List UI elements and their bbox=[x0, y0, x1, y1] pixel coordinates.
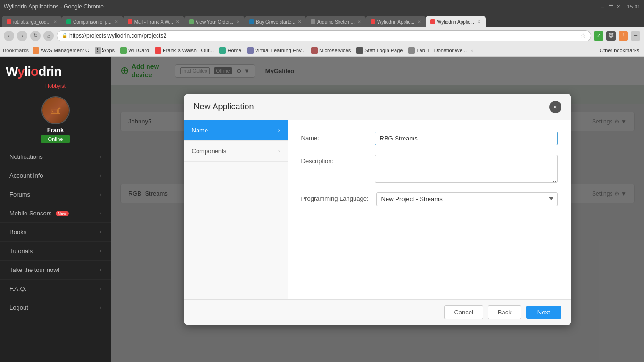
tab-wyliodrin2[interactable]: Wyliodrin Applic... ✕ bbox=[426, 16, 486, 27]
faq-label: F.A.Q. bbox=[9, 285, 26, 292]
tab-favicon-arduino bbox=[311, 19, 315, 24]
tab-label-wyliodrin1: Wyliodrin Applic... bbox=[377, 19, 414, 25]
tab-close-mail[interactable]: ✕ bbox=[176, 19, 180, 24]
sidebar-item-account-info[interactable]: Account info › bbox=[0, 166, 111, 185]
bookmarks-bar: Bookmarks AWS Management C ⋮⋮ Apps WITCa… bbox=[0, 44, 644, 57]
form-row-name: Name: bbox=[301, 132, 558, 145]
tab-label-iot: iot.labs:rgb_cod... bbox=[13, 19, 50, 25]
bm-frank-icon bbox=[155, 47, 161, 54]
tab-favicon-mail bbox=[128, 19, 132, 24]
tab-label-wyliodrin2: Wyliodrin Applic... bbox=[437, 19, 474, 25]
sidebar-item-logout[interactable]: Logout › bbox=[0, 298, 111, 317]
bm-staff[interactable]: Staff Login Page bbox=[355, 46, 405, 55]
modal-body: Name › Components › Name: bbox=[184, 120, 571, 299]
bm-vle-label: Virtual Learning Env... bbox=[255, 48, 305, 53]
back-button[interactable]: Back bbox=[488, 305, 521, 319]
bm-aws-icon bbox=[33, 47, 39, 54]
bm-overflow[interactable]: » bbox=[471, 48, 473, 53]
modal-tab-name[interactable]: Name › bbox=[184, 120, 288, 141]
tab-favicon-order bbox=[189, 19, 194, 24]
bm-lab1[interactable]: Lab 1 - DonationWe... bbox=[406, 46, 469, 55]
sidebar-item-take-tour[interactable]: Take the tour now! › bbox=[0, 261, 111, 280]
next-button[interactable]: Next bbox=[526, 306, 561, 319]
extension-alert-icon[interactable]: ! bbox=[619, 31, 628, 41]
modal-close-button[interactable]: × bbox=[549, 101, 561, 113]
tab-mail[interactable]: Mail - Frank X W... ✕ bbox=[123, 16, 184, 27]
forums-label: Forums bbox=[9, 191, 30, 198]
take-tour-label: Take the tour now! bbox=[9, 266, 59, 273]
bm-home[interactable]: Home bbox=[217, 46, 243, 55]
name-field[interactable] bbox=[375, 132, 558, 145]
form-row-description: Description: bbox=[301, 155, 558, 183]
sidebar-nav: Notifications › Account info › Forums › … bbox=[0, 148, 111, 362]
refresh-button[interactable]: ↻ bbox=[30, 31, 41, 41]
tab-grove[interactable]: Buy Grove starte... ✕ bbox=[245, 16, 306, 27]
browser-titlebar: Wyliodrin Applications - Google Chrome 🗕… bbox=[0, 0, 644, 13]
books-arrow-icon: › bbox=[100, 230, 101, 235]
bm-aws[interactable]: AWS Management C bbox=[31, 46, 91, 55]
sidebar-item-books[interactable]: Books › bbox=[0, 223, 111, 242]
tab-comparison[interactable]: Comparison of p... ✕ bbox=[62, 16, 123, 27]
tab-wyliodrin1[interactable]: Wyliodrin Applic... ✕ bbox=[366, 16, 426, 27]
tab-close-comparison[interactable]: ✕ bbox=[115, 19, 118, 24]
bm-witcard[interactable]: WITCard bbox=[118, 46, 151, 55]
tab-close-grove[interactable]: ✕ bbox=[298, 19, 302, 24]
tab-close-arduino[interactable]: ✕ bbox=[357, 19, 361, 24]
modal-tab-components[interactable]: Components › bbox=[184, 141, 288, 162]
tab-iot[interactable]: iot.labs:rgb_cod... ✕ bbox=[2, 16, 62, 27]
bm-other[interactable]: Other bookmarks bbox=[598, 47, 641, 54]
back-button[interactable]: ‹ bbox=[4, 31, 14, 41]
bm-apps-icon: ⋮⋮ bbox=[95, 47, 101, 54]
user-profile-section: 🛋 Frank Online bbox=[0, 92, 111, 148]
tab-close-order[interactable]: ✕ bbox=[236, 19, 240, 24]
close-window-icon[interactable]: ✕ bbox=[616, 4, 620, 10]
modal-tab-components-label: Components bbox=[192, 148, 227, 155]
sidebar-item-forums[interactable]: Forums › bbox=[0, 185, 111, 204]
tutorials-label: Tutorials bbox=[9, 247, 33, 255]
tab-close-wyliodrin1[interactable]: ✕ bbox=[417, 19, 421, 24]
description-field[interactable] bbox=[375, 155, 558, 183]
logo-accent-y: y bbox=[17, 64, 25, 79]
username-label: Frank bbox=[47, 126, 64, 133]
logo-li: li bbox=[25, 64, 31, 79]
browser-title: Wyliodrin Applications - Google Chrome bbox=[4, 3, 104, 10]
address-bar-extras: ✓ 🐺 ! ☰ bbox=[594, 31, 640, 41]
sidebar-item-faq[interactable]: F.A.Q. › bbox=[0, 280, 111, 298]
tab-arduino[interactable]: Arduino Sketch ... ✕ bbox=[306, 16, 366, 27]
bm-apps[interactable]: ⋮⋮ Apps bbox=[93, 46, 116, 55]
home-button[interactable]: ⌂ bbox=[43, 31, 54, 41]
extension-checkmark-icon[interactable]: ✓ bbox=[594, 31, 603, 41]
bm-microservices[interactable]: Microservices bbox=[309, 46, 353, 55]
sidebar-item-notifications[interactable]: Notifications › bbox=[0, 148, 111, 166]
bm-vle[interactable]: Virtual Learning Env... bbox=[245, 46, 307, 55]
tab-label-grove: Buy Grove starte... bbox=[256, 19, 295, 25]
bookmark-star-icon[interactable]: ☆ bbox=[580, 32, 586, 39]
language-field-label: Programming Language: bbox=[301, 192, 369, 202]
sidebar-subtitle: Hobbyist bbox=[0, 83, 111, 92]
bm-frank[interactable]: Frank X Walsh - Out... bbox=[153, 46, 215, 55]
language-select[interactable]: New Project - Streams Python Node.js Ard… bbox=[376, 192, 558, 206]
tab-close-iot[interactable]: ✕ bbox=[53, 19, 57, 24]
tab-favicon-comparison bbox=[66, 19, 71, 24]
logout-label: Logout bbox=[9, 304, 28, 311]
account-info-arrow-icon: › bbox=[100, 173, 101, 178]
tab-close-wyliodrin2[interactable]: ✕ bbox=[477, 19, 481, 24]
sidebar-item-mobile-sensors[interactable]: Mobile Sensors New › bbox=[0, 204, 111, 223]
cancel-button[interactable]: Cancel bbox=[444, 305, 483, 319]
tutorials-arrow-icon: › bbox=[100, 248, 101, 254]
url-bar[interactable]: 🔒 https://projects.wyliodrin.com/project… bbox=[57, 30, 591, 41]
modal-tab-components-arrow-icon: › bbox=[278, 148, 280, 154]
url-text: https://projects.wyliodrin.com/projects2 bbox=[69, 33, 166, 39]
extension-shield-icon[interactable]: 🐺 bbox=[606, 31, 616, 41]
maximize-icon[interactable]: 🗖 bbox=[608, 4, 613, 10]
sidebar-item-tutorials[interactable]: Tutorials › bbox=[0, 242, 111, 261]
tab-order[interactable]: View Your Order... ✕ bbox=[184, 16, 245, 27]
ssl-lock-icon: 🔒 bbox=[62, 33, 67, 38]
content-area: ⊕ Add new device intel Galileo Offline ⚙… bbox=[111, 57, 644, 362]
minimize-icon[interactable]: 🗕 bbox=[600, 4, 605, 10]
description-field-label: Description: bbox=[301, 155, 367, 165]
faq-arrow-icon: › bbox=[100, 286, 101, 291]
extension-menu-icon[interactable]: ☰ bbox=[631, 31, 640, 41]
tab-favicon-wyliodrin2 bbox=[430, 19, 435, 24]
forward-button[interactable]: › bbox=[17, 31, 27, 41]
